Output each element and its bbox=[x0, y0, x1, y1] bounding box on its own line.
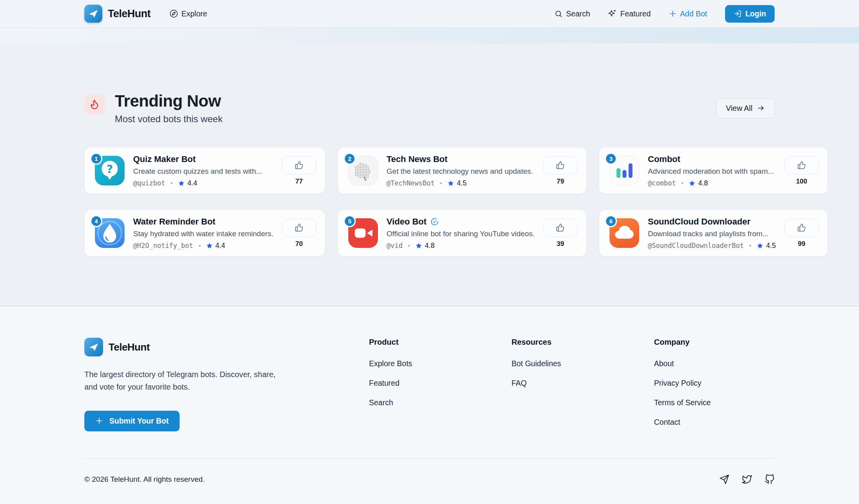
login-button[interactable]: Login bbox=[725, 5, 775, 23]
plus-icon bbox=[669, 10, 677, 18]
bot-card-combot[interactable]: 3 Combot Advanced moderation bot with sp… bbox=[599, 147, 828, 194]
footer-column-title: Product bbox=[369, 338, 511, 347]
bot-rating-value: 4.8 bbox=[425, 242, 435, 250]
bot-name: Tech News Bot bbox=[387, 154, 447, 164]
dot-separator bbox=[681, 182, 683, 184]
rank-badge: 1 bbox=[90, 153, 102, 165]
vote-button[interactable] bbox=[282, 156, 316, 175]
bot-name: Combot bbox=[648, 154, 680, 164]
add-bot-label: Add Bot bbox=[680, 9, 707, 18]
footer-brand-title: TeleHunt bbox=[109, 341, 150, 353]
telehunt-logo-icon[interactable] bbox=[84, 5, 102, 23]
dot-separator bbox=[199, 245, 201, 247]
bot-card-quiz-maker[interactable]: ? 1 Quiz Maker Bot Create custom quizzes… bbox=[84, 147, 325, 194]
svg-text:?: ? bbox=[107, 163, 113, 176]
login-icon bbox=[734, 10, 741, 18]
footer-column-title: Company bbox=[654, 338, 775, 347]
bot-handle: @TechNewsBot bbox=[387, 179, 435, 187]
compass-icon bbox=[169, 9, 178, 18]
bot-rating-value: 4.5 bbox=[766, 242, 776, 250]
nav-featured-label: Featured bbox=[620, 9, 650, 18]
add-bot-link[interactable]: Add Bot bbox=[669, 9, 707, 18]
telegram-send-icon[interactable] bbox=[719, 474, 729, 484]
footer-column-company: Company About Privacy Policy Terms of Se… bbox=[654, 338, 775, 437]
vote-count: 100 bbox=[796, 178, 807, 185]
vote-button[interactable] bbox=[543, 156, 577, 175]
bot-name: Water Reminder Bot bbox=[133, 217, 216, 227]
vote-button[interactable] bbox=[784, 156, 819, 175]
footer-link-about[interactable]: About bbox=[654, 359, 775, 368]
bot-name: Video Bot bbox=[387, 217, 426, 227]
paper-plane-icon bbox=[88, 8, 99, 19]
bot-description: Create custom quizzes and tests with... bbox=[133, 167, 273, 176]
section-title: Trending Now bbox=[115, 92, 223, 110]
sparkles-icon bbox=[608, 9, 617, 18]
search-icon bbox=[554, 10, 563, 18]
bot-card-video[interactable]: 5 Video Bot Official inline bot for shar… bbox=[338, 210, 586, 256]
footer-link-faq[interactable]: FAQ bbox=[511, 379, 654, 388]
login-label: Login bbox=[745, 9, 766, 18]
footer-link-contact[interactable]: Contact bbox=[654, 418, 775, 427]
footer-column-product: Product Explore Bots Featured Search bbox=[369, 338, 511, 437]
star-icon bbox=[447, 180, 454, 187]
nav-search-label: Search bbox=[566, 9, 590, 18]
thumbs-up-icon bbox=[295, 223, 303, 232]
vote-count: 79 bbox=[557, 178, 564, 185]
trending-section: Trending Now Most voted bots this week V… bbox=[0, 43, 859, 306]
thumbs-up-icon bbox=[556, 161, 565, 169]
footer-link-bot-guidelines[interactable]: Bot Guidelines bbox=[511, 359, 654, 368]
bot-name: Quiz Maker Bot bbox=[133, 154, 196, 164]
verified-badge-icon bbox=[430, 217, 439, 226]
vote-count: 39 bbox=[557, 240, 564, 248]
bot-description: Advanced moderation bot with spam... bbox=[648, 167, 776, 176]
submit-bot-button[interactable]: Submit Your Bot bbox=[84, 411, 180, 431]
view-all-button[interactable]: View All bbox=[716, 98, 775, 118]
bot-rating-value: 4.4 bbox=[216, 242, 225, 250]
thumbs-up-icon bbox=[295, 161, 303, 169]
dot-separator bbox=[171, 182, 173, 184]
bot-description: Get the latest technology news and updat… bbox=[387, 167, 535, 176]
footer-link-search[interactable]: Search bbox=[369, 398, 511, 407]
bot-handle: @quizbot bbox=[133, 179, 165, 187]
nav-featured[interactable]: Featured bbox=[608, 9, 650, 18]
copyright-text: © 2026 TeleHunt. All rights reserved. bbox=[84, 475, 205, 484]
star-icon bbox=[689, 180, 695, 187]
vote-button[interactable] bbox=[784, 219, 819, 237]
bot-rating-value: 4.4 bbox=[187, 179, 197, 187]
nav-search[interactable]: Search bbox=[554, 9, 590, 18]
vote-count: 70 bbox=[296, 240, 303, 248]
hero-gradient-band bbox=[0, 28, 859, 43]
twitter-icon[interactable] bbox=[742, 474, 752, 484]
thumbs-up-icon bbox=[556, 223, 565, 232]
brand-title[interactable]: TeleHunt bbox=[108, 8, 151, 20]
rank-badge: 2 bbox=[344, 153, 356, 165]
thumbs-up-icon bbox=[797, 223, 806, 232]
flame-icon bbox=[89, 99, 100, 110]
bot-handle: @vid bbox=[387, 242, 403, 249]
top-navbar: TeleHunt Explore Search bbox=[0, 0, 859, 28]
bot-rating-value: 4.8 bbox=[698, 179, 708, 187]
github-icon[interactable] bbox=[765, 474, 775, 484]
nav-explore-label: Explore bbox=[182, 9, 207, 18]
flame-icon-box bbox=[84, 94, 105, 114]
footer-column-title: Resources bbox=[511, 338, 654, 347]
paper-plane-icon bbox=[88, 342, 99, 353]
bot-rating-value: 4.5 bbox=[457, 179, 467, 187]
bot-card-tech-news[interactable]: 2 Tech News Bot Get the latest technolog… bbox=[338, 147, 586, 194]
bot-card-soundcloud[interactable]: 6 SoundCloud Downloader Download tracks … bbox=[599, 210, 828, 256]
footer-link-explore-bots[interactable]: Explore Bots bbox=[369, 359, 511, 368]
dot-separator bbox=[440, 182, 442, 184]
footer-link-terms-of-service[interactable]: Terms of Service bbox=[654, 398, 775, 407]
bot-handle: @SoundCloudDownloaderBot bbox=[648, 242, 744, 249]
nav-explore[interactable]: Explore bbox=[169, 9, 207, 18]
vote-button[interactable] bbox=[543, 219, 577, 237]
bot-handle: @H2O_notify_bot bbox=[133, 242, 193, 249]
vote-button[interactable] bbox=[282, 219, 316, 237]
footer-link-featured[interactable]: Featured bbox=[369, 379, 511, 388]
bot-description: Download tracks and playlists from... bbox=[648, 230, 776, 238]
footer-link-privacy-policy[interactable]: Privacy Policy bbox=[654, 379, 775, 388]
bot-card-water-reminder[interactable]: 4 Water Reminder Bot Stay hydrated with … bbox=[84, 210, 325, 256]
footer-column-resources: Resources Bot Guidelines FAQ bbox=[511, 338, 654, 437]
star-icon bbox=[415, 242, 422, 249]
bot-name: SoundCloud Downloader bbox=[648, 217, 750, 227]
